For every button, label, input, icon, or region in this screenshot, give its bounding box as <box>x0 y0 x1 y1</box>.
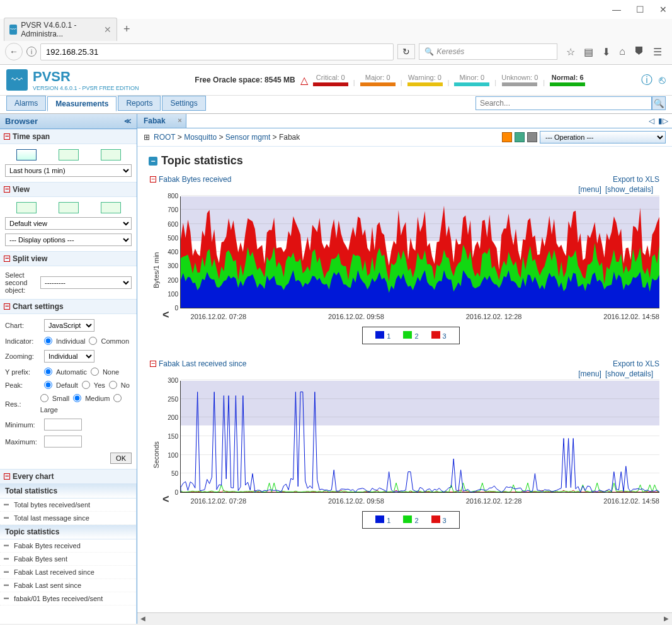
chartsettings-header[interactable]: Chart settings <box>0 299 137 314</box>
tree-item[interactable]: Fabak Last sent since <box>0 579 136 592</box>
status-normal[interactable]: Normal: 6 <box>552 74 584 81</box>
reload-button[interactable]: ↻ <box>397 44 415 59</box>
legend-item[interactable]: 1 <box>375 515 390 524</box>
legend-item[interactable]: 3 <box>431 515 447 524</box>
status-major[interactable]: Major: 0 <box>365 74 390 81</box>
peak-yes-radio[interactable] <box>82 381 90 389</box>
new-tab-button[interactable]: + <box>123 23 130 36</box>
browser-search[interactable]: 🔍 Keresés <box>419 43 557 60</box>
status-unknown[interactable]: Unknown: 0 <box>501 74 538 81</box>
graph-icon-b[interactable] <box>101 149 121 160</box>
window-minimize[interactable]: — <box>612 4 621 14</box>
res-small-radio[interactable] <box>40 394 48 402</box>
browser-tab[interactable]: 〰 PVSR V4.6.0.1 - Administra... ✕ <box>4 18 117 41</box>
chart-select[interactable]: JavaScript <box>44 319 94 332</box>
site-info-icon[interactable]: i <box>26 47 37 57</box>
chart-details-link[interactable]: [show_details] <box>605 369 653 378</box>
collapse-left-icon[interactable]: ≪ <box>124 117 132 125</box>
bookmark-icon[interactable]: ☆ <box>566 46 575 58</box>
tree-item[interactable]: Total bytes received/sent <box>0 498 136 512</box>
graph-icon-a[interactable] <box>59 149 79 160</box>
view-icon-b[interactable] <box>59 202 79 213</box>
crumb-sensor-mgmt[interactable]: Sensor mgmt <box>225 133 270 142</box>
horizontal-scrollbar[interactable]: ◀▶ <box>137 612 672 624</box>
legend-item[interactable]: 3 <box>431 331 447 340</box>
tree-item[interactable]: Fabak Bytes received <box>0 539 136 553</box>
res-large-radio[interactable] <box>113 394 122 402</box>
home-icon[interactable]: ⌂ <box>619 46 625 58</box>
content-tab[interactable]: Fabak × <box>137 114 186 128</box>
min-input[interactable] <box>44 419 82 431</box>
help-icon[interactable]: ⓘ <box>641 72 652 87</box>
legend-item[interactable]: 2 <box>403 331 418 340</box>
chart-prev-icon[interactable]: < <box>162 493 169 506</box>
max-input[interactable] <box>44 436 82 448</box>
window-maximize[interactable]: ☐ <box>636 4 644 14</box>
peak-no-radio[interactable] <box>109 381 117 389</box>
download-icon[interactable]: ⬇ <box>602 46 610 58</box>
crumb-mosquitto[interactable]: Mosquitto <box>184 133 217 142</box>
chart-menu-link[interactable]: [menu] <box>578 369 601 378</box>
toolbar-icon-1[interactable] <box>502 132 512 142</box>
app-search-input[interactable] <box>476 96 652 110</box>
tree-item[interactable]: fabak/01 Bytes received/sent <box>0 592 136 605</box>
chart-collapse-icon[interactable] <box>150 361 156 367</box>
collapse-section-icon[interactable]: − <box>149 157 157 166</box>
toolbar-icon-3[interactable] <box>527 132 537 142</box>
tree-item[interactable]: Fabak Last received since <box>0 566 136 579</box>
indicator-common-radio[interactable] <box>89 337 97 345</box>
library-icon[interactable]: ▤ <box>584 46 593 58</box>
tree-item[interactable]: Fabak Bytes sent <box>0 553 136 566</box>
legend-item[interactable]: 1 <box>375 331 390 340</box>
crumb-root[interactable]: ROOT <box>154 133 175 142</box>
split-object-select[interactable]: --------- <box>40 276 132 289</box>
view-icon-a[interactable] <box>16 202 37 213</box>
url-input[interactable] <box>40 43 394 60</box>
tab-measurements[interactable]: Measurements <box>47 96 117 111</box>
chart-prev-icon[interactable]: < <box>162 308 169 322</box>
indicator-individual-radio[interactable] <box>44 337 52 345</box>
menu-icon[interactable]: ☰ <box>653 46 662 58</box>
chart-title-link[interactable]: Fabak Last received since <box>159 359 246 368</box>
yprefix-none-radio[interactable] <box>91 368 99 376</box>
ok-button[interactable]: OK <box>110 453 132 464</box>
view-icon-c[interactable] <box>101 202 121 213</box>
chart-details-link[interactable]: [show_details] <box>605 185 653 194</box>
splitview-header[interactable]: Split view <box>0 251 137 266</box>
tab-close-icon[interactable]: ✕ <box>104 25 111 35</box>
window-close[interactable]: ✕ <box>659 4 667 14</box>
view-header[interactable]: View <box>0 182 137 197</box>
pocket-icon[interactable]: ⛊ <box>634 46 644 58</box>
status-minor[interactable]: Minor: 0 <box>459 74 484 81</box>
prev-icon[interactable]: ◁ <box>649 116 654 125</box>
chart-plot-area[interactable]: 0100200300400500600700800 <box>180 196 659 308</box>
logout-icon[interactable]: ⎋ <box>659 74 666 87</box>
tree-item[interactable]: Total last message since <box>0 512 136 525</box>
chart-menu-link[interactable]: [menu] <box>578 185 601 194</box>
export-xls-link[interactable]: Export to XLS <box>613 359 659 368</box>
tab-settings[interactable]: Settings <box>162 96 205 111</box>
status-critical[interactable]: Critical: 0 <box>316 74 345 81</box>
content-tab-close-icon[interactable]: × <box>178 116 181 124</box>
next-icon[interactable]: ▮▷ <box>658 116 668 125</box>
status-warning[interactable]: Warning: 0 <box>408 74 441 81</box>
export-xls-link[interactable]: Export to XLS <box>613 175 659 184</box>
everychart-header[interactable]: Every chart <box>0 469 137 484</box>
peak-default-radio[interactable] <box>44 381 52 389</box>
toolbar-icon-2[interactable] <box>515 132 525 142</box>
clock-icon[interactable] <box>16 149 37 160</box>
legend-item[interactable]: 2 <box>403 515 418 524</box>
back-button[interactable]: ← <box>5 43 23 60</box>
app-search-button[interactable]: 🔍 <box>652 96 666 110</box>
view-select[interactable]: Default view <box>5 217 132 230</box>
zooming-select[interactable]: Individual <box>44 350 94 363</box>
tab-alarms[interactable]: Alarms <box>6 96 46 111</box>
yprefix-auto-radio[interactable] <box>44 368 52 376</box>
timespan-select[interactable]: Last hours (1 min) <box>5 164 132 177</box>
res-medium-radio[interactable] <box>73 394 81 402</box>
display-options-select[interactable]: --- Display options --- <box>5 234 132 246</box>
chart-title-link[interactable]: Fabak Bytes received <box>159 175 231 184</box>
chart-collapse-icon[interactable] <box>150 176 156 183</box>
expand-tree-icon[interactable]: ⊞ <box>144 133 150 142</box>
operation-select[interactable]: --- Operation --- <box>540 131 666 144</box>
